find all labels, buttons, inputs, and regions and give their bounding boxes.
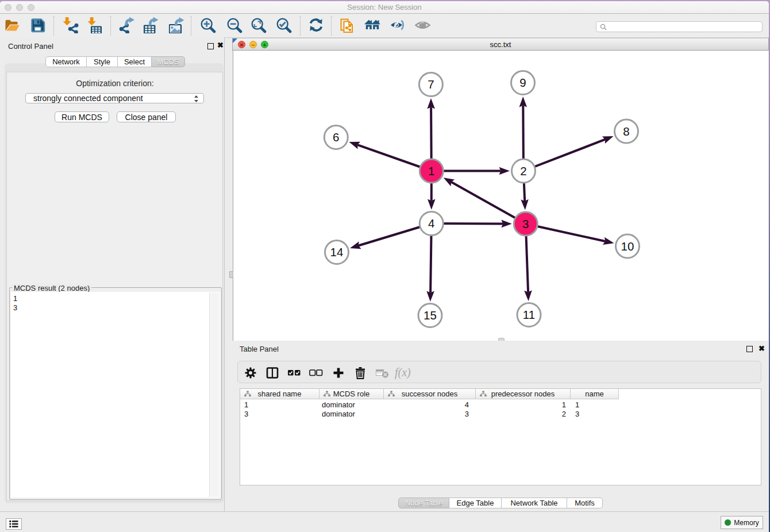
svg-text:3: 3 <box>522 217 529 230</box>
svg-text:6: 6 <box>333 130 339 144</box>
svg-text:8: 8 <box>623 125 629 138</box>
svg-text:4: 4 <box>428 217 434 230</box>
svg-text:10: 10 <box>621 240 634 253</box>
svg-text:9: 9 <box>519 76 526 89</box>
svg-text:11: 11 <box>523 308 535 321</box>
svg-text:15: 15 <box>424 309 437 322</box>
svg-text:f(x): f(x) <box>395 366 411 379</box>
svg-text:2: 2 <box>520 164 526 178</box>
svg-text:14: 14 <box>330 245 344 259</box>
svg-text:1: 1 <box>428 164 434 178</box>
svg-text:7: 7 <box>428 78 434 91</box>
